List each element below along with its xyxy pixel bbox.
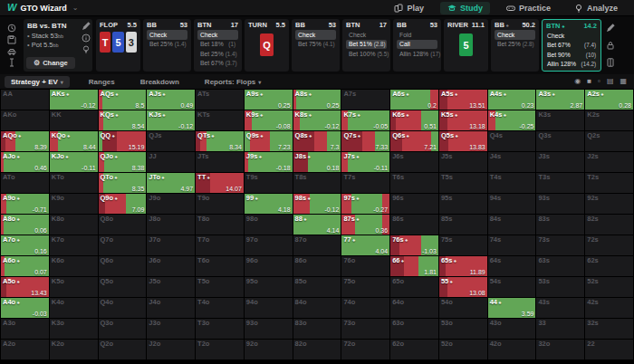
action-option[interactable]: Bet 75%(4.1)	[295, 40, 336, 50]
hand-cell-K7s[interactable]: K7s ♠-0.05	[341, 110, 389, 130]
hand-cell-JJ[interactable]: JJ	[147, 152, 195, 172]
action-option[interactable]: Bet 25%(1.4)	[147, 40, 187, 50]
action-panel-5-btn[interactable]: BTN17CheckBet 51%(2.8)Bet 100%(5.5)	[342, 19, 390, 72]
board-card[interactable]: 5	[459, 34, 473, 56]
hand-cell-Q7s[interactable]: Q7s ♠7.33	[341, 131, 389, 151]
hand-cell-T3s[interactable]: T3s	[536, 173, 584, 193]
action-option[interactable]: Allin 128%(17)	[397, 49, 437, 59]
action-option[interactable]: Bet 67%(3.7)	[197, 59, 238, 69]
board-card[interactable]: 5	[112, 32, 123, 53]
hand-cell-K4o[interactable]: K4o	[50, 298, 98, 318]
hand-cell-J6s[interactable]: J6s	[390, 152, 438, 172]
hand-cell-T9o[interactable]: T9o	[196, 194, 244, 214]
tab-ranges[interactable]: Ranges	[82, 76, 121, 88]
history-icon[interactable]	[7, 23, 16, 34]
hand-cell-76o[interactable]: 76o	[341, 256, 389, 276]
hand-cell-43o[interactable]: 43o	[488, 319, 536, 339]
hand-cell-AQo[interactable]: AQo ♠8.39	[1, 131, 49, 151]
hand-cell-J5o[interactable]: J5o	[147, 277, 195, 297]
hand-cell-T8o[interactable]: T8o	[196, 215, 244, 235]
hand-cell-Q2s[interactable]: Q2s	[585, 131, 633, 151]
action-panel-9-btn[interactable]: BTN♠14.2CheckBet 67%(7.4)Bet 90%(10)Alli…	[542, 19, 601, 72]
hand-cell-J3s[interactable]: J3s	[536, 152, 584, 172]
hand-cell-Q3o[interactable]: Q3o	[99, 319, 147, 339]
hand-cell-94s[interactable]: 94s	[488, 194, 536, 214]
hand-cell-97o[interactable]: 97o	[245, 235, 293, 255]
hand-cell-A3s[interactable]: A3s ♠2.87	[536, 90, 584, 110]
hand-cell-T7s[interactable]: T7s	[341, 173, 389, 193]
hand-cell-85o[interactable]: 85o	[293, 277, 341, 297]
hand-cell-K9o[interactable]: K9o	[50, 194, 98, 214]
hand-cell-33[interactable]: 33	[536, 319, 584, 339]
hand-cell-J9s[interactable]: J9s ♠-0.18	[245, 152, 293, 172]
hand-cell-93s[interactable]: 93s	[536, 194, 584, 214]
hand-cell-52s[interactable]: 52s	[585, 277, 633, 297]
action-option[interactable]: Check	[147, 30, 187, 40]
hand-cell-Q6s[interactable]: Q6s ♠7.21	[390, 131, 438, 151]
hand-cell-53s[interactable]: 53s	[536, 277, 584, 297]
hand-cell-93o[interactable]: 93o	[245, 319, 293, 339]
hand-cell-66[interactable]: 66 ♠1.81	[390, 256, 438, 276]
hand-cell-TT[interactable]: TT ♠14.07	[196, 173, 244, 193]
hand-cell-Q8o[interactable]: Q8o	[99, 215, 147, 235]
hand-cell-73o[interactable]: 73o	[341, 319, 389, 339]
hand-cell-QJo[interactable]: QJo ♠8.38	[99, 152, 147, 172]
hand-cell-75o[interactable]: 75o	[341, 277, 389, 297]
hand-cell-AJo[interactable]: AJo ♠0.46	[1, 152, 49, 172]
hand-cell-T6s[interactable]: T6s	[390, 173, 438, 193]
action-option[interactable]: Bet 90%(10)	[546, 50, 597, 60]
hand-cell-J3o[interactable]: J3o	[147, 319, 195, 339]
hand-cell-64s[interactable]: 64s	[488, 256, 536, 276]
hand-cell-T5s[interactable]: T5s	[439, 173, 487, 193]
action-panel-8-bb[interactable]: BB♠50.2CheckBet 25%(2.8)	[491, 19, 539, 72]
hand-cell-J8o[interactable]: J8o	[147, 215, 195, 235]
hand-cell-83s[interactable]: 83s	[536, 215, 584, 235]
nav-item-practice[interactable]: Practice	[499, 2, 558, 14]
pin-icon[interactable]	[82, 45, 91, 53]
save-icon[interactable]	[7, 34, 16, 45]
action-option[interactable]: Check	[197, 30, 238, 40]
hand-cell-A4s[interactable]: A4s ♠0.23	[488, 90, 536, 110]
hand-cell-K5o[interactable]: K5o	[50, 277, 98, 297]
hand-cell-62s[interactable]: 62s	[585, 256, 633, 276]
text-cursor-icon[interactable]	[7, 57, 16, 68]
hand-cell-74s[interactable]: 74s	[488, 235, 536, 255]
hand-cell-52o[interactable]: 52o	[439, 340, 487, 359]
nav-item-analyze[interactable]: Analyze	[567, 2, 625, 14]
hand-cell-J7s[interactable]: J7s ♠-0.11	[341, 152, 389, 172]
hand-cell-K6s[interactable]: K6s ♠0.51	[390, 110, 438, 130]
hand-cell-ATs[interactable]: ATs	[196, 90, 244, 110]
board-card[interactable]: Q	[260, 34, 274, 56]
tab-strategy-ev[interactable]: Strategy + EV▾	[5, 76, 70, 88]
hand-cell-87s[interactable]: 87s ♠0.36	[341, 215, 389, 235]
record-view-icon[interactable]: ◉	[574, 78, 581, 85]
hand-cell-97s[interactable]: 97s ♠-0.27	[341, 194, 389, 214]
hand-cell-82o[interactable]: 82o	[293, 340, 341, 359]
pencil-icon[interactable]	[82, 22, 91, 30]
action-option[interactable]: Check	[495, 30, 535, 40]
hand-cell-A5s[interactable]: A5s ♠13.51	[439, 90, 487, 110]
hand-cell-Q8s[interactable]: Q8s ♠7.3	[293, 131, 341, 151]
hand-cell-92s[interactable]: 92s	[585, 194, 633, 214]
hand-cell-A7o[interactable]: A7o ♠0.16	[1, 235, 49, 255]
hand-cell-JTs[interactable]: JTs	[196, 152, 244, 172]
hand-cell-T2o[interactable]: T2o	[196, 340, 244, 359]
hand-cell-Q4o[interactable]: Q4o	[99, 298, 147, 318]
hand-cell-KQo[interactable]: KQo ♠8.44	[50, 131, 98, 151]
hand-cell-JTo[interactable]: JTo ♠4.97	[147, 173, 195, 193]
hand-cell-99[interactable]: 99 ♠4.18	[245, 194, 293, 214]
hand-cell-22[interactable]: 22	[585, 340, 633, 359]
action-option[interactable]: Check	[346, 30, 387, 40]
action-option[interactable]: Call	[397, 40, 437, 50]
hand-cell-55[interactable]: 55 ♠13.08	[439, 277, 487, 297]
hand-cell-J6o[interactable]: J6o	[147, 256, 195, 276]
hand-cell-54s[interactable]: 54s	[488, 277, 536, 297]
hand-cell-65s[interactable]: 65s ♠11.89	[439, 256, 487, 276]
action-option[interactable]: Check	[546, 31, 597, 41]
lock-icon[interactable]	[606, 41, 615, 50]
hand-cell-32o[interactable]: 32o	[536, 340, 584, 359]
hand-cell-Q5s[interactable]: Q5s ♠13.83	[439, 131, 487, 151]
hand-cell-75s[interactable]: 75s	[439, 235, 487, 255]
hand-cell-64o[interactable]: 64o	[390, 298, 438, 318]
street-panel-flop[interactable]: FLOP5.5T53	[96, 19, 140, 72]
